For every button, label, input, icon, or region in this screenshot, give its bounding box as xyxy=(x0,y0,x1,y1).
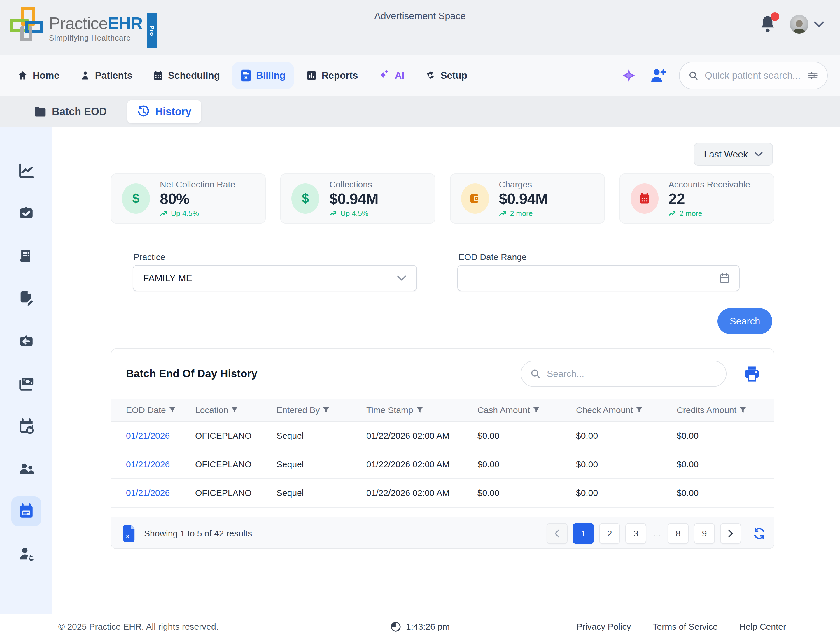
privacy-policy-link[interactable]: Privacy Policy xyxy=(577,622,631,632)
logo-text-practice: Practice xyxy=(49,14,108,33)
person-add-icon[interactable] xyxy=(649,67,667,84)
filter-funnel-icon[interactable] xyxy=(231,407,238,414)
search-icon xyxy=(530,368,541,379)
panel-title: Batch End Of Day History xyxy=(126,367,257,380)
page-ellipsis: ... xyxy=(652,529,662,539)
clock-icon xyxy=(390,621,401,632)
sidebar-item-analytics[interactable] xyxy=(0,149,53,192)
wallet-icon xyxy=(461,183,489,214)
tab-history[interactable]: History xyxy=(127,100,201,123)
quick-patient-search-input[interactable] xyxy=(705,70,801,81)
filter-funnel-icon[interactable] xyxy=(533,407,540,414)
filter-funnel-icon[interactable] xyxy=(169,407,176,414)
page-button-8[interactable]: 8 xyxy=(668,523,689,544)
practice-select[interactable]: FAMILY ME xyxy=(133,265,417,291)
logo-pro-badge: Pro xyxy=(147,13,157,48)
stat-trend: 2 more xyxy=(499,209,548,218)
filter-sliders-icon[interactable] xyxy=(807,69,818,82)
footer-clock: 1:43:26 pm xyxy=(390,621,450,632)
file-edit-icon xyxy=(18,290,35,307)
logo-mark-icon xyxy=(10,7,45,42)
pagination: 1 2 3 ... 8 9 xyxy=(547,523,766,544)
sidebar-item-tasks[interactable] xyxy=(0,192,53,235)
sidebar-item-batch-eod[interactable] xyxy=(0,490,53,532)
next-page-button[interactable] xyxy=(720,523,741,544)
chevron-down-icon xyxy=(397,275,406,281)
sidebar-item-claims[interactable] xyxy=(0,235,53,277)
page-button-9[interactable]: 9 xyxy=(694,523,715,544)
table-row: 01/21/2026 OFICEPLANO Sequel 01/22/2026 … xyxy=(112,450,775,478)
sidebar-item-payment-posting[interactable] xyxy=(0,320,53,362)
prev-page-button[interactable] xyxy=(547,523,567,544)
stat-value: 22 xyxy=(668,190,750,208)
folder-icon xyxy=(34,106,47,117)
stat-trend: 2 more xyxy=(668,209,750,218)
nav-item-scheduling[interactable]: Scheduling xyxy=(144,62,229,89)
stat-card-collections: $ Collections $0.94M Up 4.5% xyxy=(280,173,435,224)
chevron-down-icon xyxy=(814,21,824,27)
search-button[interactable]: Search xyxy=(717,308,772,334)
table-search xyxy=(521,361,727,387)
nav-item-reports[interactable]: Reports xyxy=(297,62,367,89)
filter-funnel-icon[interactable] xyxy=(636,407,643,414)
calendar-rotate-icon xyxy=(18,418,35,435)
nav-item-patients[interactable]: Patients xyxy=(71,62,141,89)
filter-funnel-icon[interactable] xyxy=(416,407,423,414)
practice-label: Practice xyxy=(134,252,165,262)
eod-date-range-field xyxy=(457,265,740,291)
terms-of-service-link[interactable]: Terms of Service xyxy=(653,622,718,632)
filter-funnel-icon[interactable] xyxy=(323,407,330,414)
box-arrow-left-icon xyxy=(18,332,35,350)
stat-trend: Up 4.5% xyxy=(329,209,378,218)
nav-item-home[interactable]: Home xyxy=(9,62,68,89)
help-center-link[interactable]: Help Center xyxy=(740,622,786,632)
page-button-1[interactable]: 1 xyxy=(573,523,594,544)
advertisement-space: Advertisement Space xyxy=(374,11,466,22)
table-row: 01/21/2026 OFICEPLANO Sequel 01/22/2026 … xyxy=(112,478,775,507)
refresh-icon[interactable] xyxy=(753,527,766,540)
tab-batch-eod[interactable]: Batch EOD xyxy=(24,100,117,123)
chevron-right-icon xyxy=(727,529,734,538)
sparkle-burst-icon[interactable] xyxy=(621,67,637,84)
nav-item-ai[interactable]: AI xyxy=(370,62,413,89)
excel-export-icon[interactable]: x xyxy=(122,525,136,542)
copyright-text: © 2025 Practice EHR. All rights reserved… xyxy=(58,622,218,632)
sidebar-item-user-settings[interactable] xyxy=(0,532,53,575)
dollar-icon: $ xyxy=(122,183,150,214)
table-row: 01/21/2026 OFICEPLANO Sequel 01/22/2026 … xyxy=(112,421,775,450)
eod-date-link[interactable]: 01/21/2026 xyxy=(126,431,170,440)
history-clock-icon xyxy=(137,105,150,118)
page-footer: © 2025 Practice EHR. All rights reserved… xyxy=(0,614,840,639)
avatar[interactable] xyxy=(790,15,808,33)
sidebar-item-eod-history[interactable] xyxy=(0,405,53,447)
stat-card-charges: Charges $0.94M 2 more xyxy=(450,173,605,224)
nav-item-setup[interactable]: Setup xyxy=(416,62,476,89)
chart-line-icon xyxy=(18,162,35,179)
filter-funnel-icon[interactable] xyxy=(740,407,746,414)
notifications-bell-icon[interactable] xyxy=(759,14,776,34)
trend-up-icon xyxy=(499,210,507,216)
eod-date-range-input[interactable] xyxy=(467,273,719,284)
chevron-down-icon xyxy=(754,152,763,157)
sidebar-item-payments[interactable] xyxy=(0,362,53,405)
user-menu[interactable] xyxy=(790,15,824,33)
eod-date-link[interactable]: 01/21/2026 xyxy=(126,488,170,498)
page-button-3[interactable]: 3 xyxy=(625,523,646,544)
search-icon xyxy=(689,70,698,81)
practice-ehr-logo[interactable]: PracticeEHR Simplifying Healthcare Pro xyxy=(10,7,157,48)
sidebar-item-charge-entry[interactable] xyxy=(0,277,53,320)
period-selector[interactable]: Last Week xyxy=(694,143,773,165)
page-button-2[interactable]: 2 xyxy=(599,523,620,544)
table-footer: x Showing 1 to 5 of 42 results 1 2 3 ...… xyxy=(112,517,774,549)
person-gear-icon xyxy=(18,545,35,562)
sidebar-item-patients-list[interactable] xyxy=(0,447,53,490)
top-header: PracticeEHR Simplifying Healthcare Pro A… xyxy=(0,0,840,55)
quick-patient-search xyxy=(679,62,828,89)
nav-item-billing[interactable]: $ Billing xyxy=(231,62,294,89)
calendar-input-icon[interactable] xyxy=(719,272,730,284)
patients-icon xyxy=(80,70,91,81)
eod-date-link[interactable]: 01/21/2026 xyxy=(126,459,170,469)
print-icon[interactable] xyxy=(743,365,761,383)
eod-date-range-label: EOD Date Range xyxy=(459,252,526,262)
table-search-input[interactable] xyxy=(547,369,698,379)
